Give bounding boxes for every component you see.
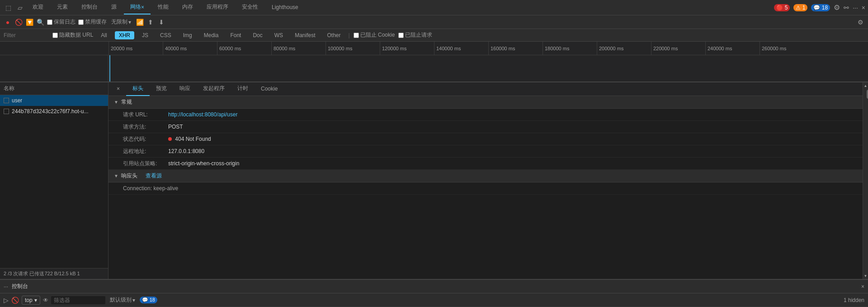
warning-badge[interactable]: ⚠ 1 [793,4,807,11]
block-requests-checkbox[interactable]: 已阻止请求 [398,31,432,39]
close-console-button[interactable]: × [861,283,864,290]
tick-180000: 180000 ms [542,42,597,55]
tab-application[interactable]: 应用程序 [200,1,235,14]
record-button[interactable]: ● [4,18,12,26]
settings-icon[interactable]: ⚙ [834,3,840,12]
upload-icon[interactable]: ⬆ [146,18,155,26]
file-name-user: user [12,97,22,104]
network-settings-icon[interactable]: ⚙ [856,18,864,26]
tick-60000: 60000 ms [217,42,271,55]
file-checkbox-user[interactable] [4,98,9,103]
filter-media[interactable]: Media [200,31,223,39]
filter-all[interactable]: All [97,31,111,39]
scrollbar-thumb[interactable] [867,90,868,99]
preserve-log-checkbox[interactable]: 保留日志 [47,18,75,26]
download-icon[interactable]: ⬇ [157,18,165,26]
request-url-value: http://localhost:8080/api/user [168,110,855,119]
detail-tab-initiator[interactable]: 发起程序 [197,82,231,96]
tab-close-icon[interactable]: × [141,4,144,10]
block-cookies-checkbox[interactable]: 已阻止 Cookie [354,31,395,39]
console-play-icon[interactable]: ▷ [4,297,9,304]
tick-240000: 240000 ms [705,42,760,55]
filter-ws[interactable]: WS [270,31,287,39]
tab-elements[interactable]: 元素 [51,1,74,14]
execution-context-selector[interactable]: top ▾ [22,296,40,305]
detail-tab-response[interactable]: 响应 [173,82,197,96]
device-icon[interactable]: ▱ [15,2,25,13]
detail-tab-close[interactable]: × [110,82,126,96]
stop-button[interactable]: 🚫 [14,18,23,26]
search-button[interactable]: 🔍 [36,18,44,26]
tick-220000: 220000 ms [651,42,705,55]
detail-tab-timing[interactable]: 计时 [231,82,255,96]
hidden-count: 1 hidden [844,297,864,303]
filter-js[interactable]: JS [138,31,152,39]
devtools-tab-bar: ⬚ ▱ 欢迎 元素 控制台 源 网络 × 性能 内存 应用程序 安全性 [0,0,868,15]
more-console-icon[interactable]: ··· [4,283,8,290]
request-url-link[interactable]: http://localhost:8080/api/user [168,111,237,118]
response-header-connection: Connection: keep-alive [108,182,863,195]
detail-content: ▼ 常规 请求 URL: http://localhost:8080/api/u… [108,96,863,279]
throttle-dropdown[interactable]: 无限制 ▾ [109,17,133,27]
field-request-method: 请求方法: POST [108,121,863,133]
tick-80000: 80000 ms [271,42,326,55]
filter-doc[interactable]: Doc [249,31,266,39]
filter-other[interactable]: Other [323,31,345,39]
filter-font[interactable]: Font [226,31,245,39]
tab-security[interactable]: 安全性 [236,1,264,14]
console-panel: ··· 控制台 × ▷ 🚫 top ▾ 👁 默认级别 ▾ 💬 18 1 hidd… [0,279,868,307]
tab-console[interactable]: 控制台 [75,1,104,14]
detail-tabs: × 标头 预览 响应 发起程序 计时 [108,82,863,96]
close-devtools-icon[interactable]: × [862,4,865,11]
tab-memory[interactable]: 内存 [176,1,199,14]
detail-tab-preview[interactable]: 预览 [150,82,173,96]
timeline-area [0,55,868,82]
filter-button[interactable]: 🔽 [25,18,33,26]
tick-40000: 40000 ms [163,42,217,55]
general-section-header[interactable]: ▼ 常规 [108,96,863,109]
tick-260000: 260000 ms [760,42,814,55]
response-headers-section-header[interactable]: ▼ 响应头 查看源 [108,170,863,182]
status-bar: 2 /3 次请求 已传送722 B/12.5 kB 1 [0,268,108,279]
right-scrollbar: ▲ ▼ [863,82,868,279]
scrollbar-up-button[interactable]: ▲ [863,82,868,89]
wifi-icon[interactable]: 📶 [136,18,144,26]
file-checkbox-hot[interactable] [4,109,9,114]
network-panel: ● 🚫 🔽 🔍 保留日志 禁用缓存 无限制 ▾ 📶 ⬆ ⬇ ⚙ [0,15,868,279]
tab-performance[interactable]: 性能 [151,1,175,14]
error-badge[interactable]: 🔴 5 [774,4,790,11]
more-icon[interactable]: ··· [853,4,858,11]
tab-network[interactable]: 网络 × [124,1,151,14]
customize-icon[interactable]: ⚯ [844,4,849,11]
eye-icon[interactable]: 👁 [43,297,48,303]
filter-xhr[interactable]: XHR [115,31,134,39]
console-message-badge: 💬 18 [140,297,157,303]
file-item-user[interactable]: user [0,95,108,106]
network-toolbar: ● 🚫 🔽 🔍 保留日志 禁用缓存 无限制 ▾ 📶 ⬆ ⬇ ⚙ [0,15,868,29]
inspect-icon[interactable]: ⬚ [3,2,14,13]
hide-data-url-checkbox[interactable]: 隐藏数据 URL [52,31,93,39]
tab-welcome[interactable]: 欢迎 [26,1,50,14]
tick-20000: 20000 ms [108,42,163,55]
filter-manifest[interactable]: Manifest [291,31,319,39]
timeline-marker [109,55,110,82]
filter-input[interactable] [4,32,49,38]
status-dot-icon [168,137,172,141]
filter-img[interactable]: Img [179,31,196,39]
file-item-hot[interactable]: 244b787d3243c22c76f7.hot-u... [0,106,108,117]
detail-tab-headers[interactable]: 标头 [126,82,150,96]
tab-lighthouse[interactable]: Lighthouse [265,1,305,14]
app-container: ⬚ ▱ 欢迎 元素 控制台 源 网络 × 性能 内存 应用程序 安全性 [0,0,868,307]
tab-sources[interactable]: 源 [105,1,123,14]
disable-cache-checkbox[interactable]: 禁用缓存 [78,18,107,26]
console-filter-input[interactable] [51,296,105,304]
field-referrer-policy: 引用站点策略: strict-origin-when-cross-origin [108,158,863,170]
scrollbar-down-button[interactable]: ▼ [863,273,868,279]
message-badge[interactable]: 💬 18 [811,4,830,11]
timeline-header: 20000 ms 40000 ms 60000 ms 80000 ms 1000… [0,42,868,55]
console-stop-icon[interactable]: 🚫 [11,297,19,304]
view-source-link[interactable]: 查看源 [146,172,162,180]
log-level-dropdown[interactable]: 默认级别 ▾ [108,295,137,305]
detail-tab-cookie[interactable]: Cookie [255,82,284,96]
filter-css[interactable]: CSS [156,31,175,39]
